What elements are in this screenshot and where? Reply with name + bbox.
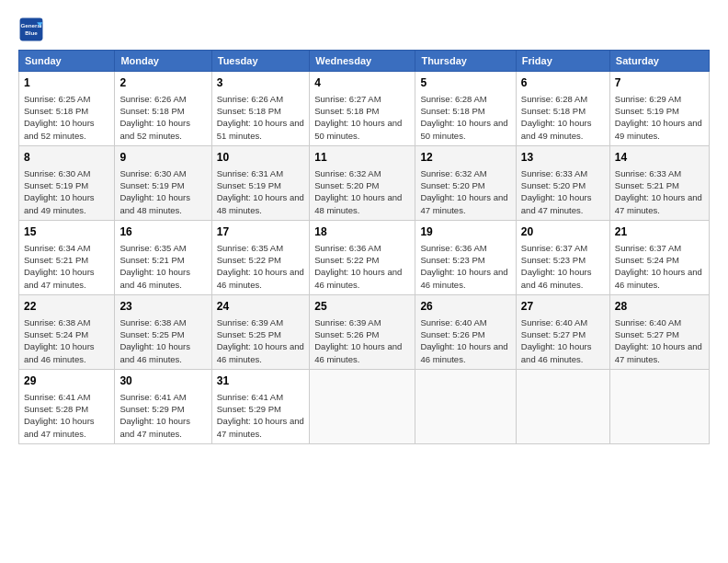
daylight-text: Daylight: 10 hours and 47 minutes.: [615, 340, 704, 365]
sunset-text: Sunset: 5:20 PM: [521, 179, 605, 191]
calendar-cell: 22Sunrise: 6:38 AMSunset: 5:24 PMDayligh…: [19, 294, 115, 369]
daylight-text: Daylight: 10 hours and 47 minutes.: [24, 266, 109, 291]
week-row-2: 8Sunrise: 6:30 AMSunset: 5:19 PMDaylight…: [19, 145, 710, 220]
sunset-text: Sunset: 5:29 PM: [217, 403, 304, 415]
daylight-text: Daylight: 10 hours and 47 minutes.: [24, 415, 109, 440]
daylight-text: Daylight: 10 hours and 49 minutes.: [24, 191, 109, 216]
sunset-text: Sunset: 5:18 PM: [521, 105, 605, 117]
daylight-text: Daylight: 10 hours and 46 minutes.: [521, 266, 605, 291]
day-number: 16: [119, 224, 206, 240]
sunset-text: Sunset: 5:19 PM: [615, 105, 704, 117]
day-number: 15: [24, 224, 109, 240]
sunrise-text: Sunrise: 6:37 AM: [615, 242, 704, 254]
day-number: 29: [24, 373, 109, 389]
daylight-text: Daylight: 10 hours and 52 minutes.: [24, 117, 109, 142]
calendar-table: SundayMondayTuesdayWednesdayThursdayFrid…: [18, 50, 710, 444]
day-number: 27: [521, 299, 605, 315]
daylight-text: Daylight: 10 hours and 50 minutes.: [314, 117, 410, 142]
sunrise-text: Sunrise: 6:25 AM: [24, 93, 109, 105]
sunrise-text: Sunrise: 6:34 AM: [24, 242, 109, 254]
sunset-text: Sunset: 5:18 PM: [217, 105, 304, 117]
sunset-text: Sunset: 5:24 PM: [615, 254, 704, 266]
sunrise-text: Sunrise: 6:37 AM: [521, 242, 605, 254]
daylight-text: Daylight: 10 hours and 48 minutes.: [119, 191, 206, 216]
calendar-cell: 28Sunrise: 6:40 AMSunset: 5:27 PMDayligh…: [609, 294, 709, 369]
day-number: 10: [217, 150, 304, 166]
sunset-text: Sunset: 5:20 PM: [314, 179, 410, 191]
sunset-text: Sunset: 5:19 PM: [24, 179, 109, 191]
sunrise-text: Sunrise: 6:28 AM: [420, 93, 510, 105]
day-number: 4: [314, 75, 410, 91]
sunrise-text: Sunrise: 6:35 AM: [217, 242, 304, 254]
day-number: 23: [119, 299, 206, 315]
header-row: SundayMondayTuesdayWednesdayThursdayFrid…: [19, 51, 710, 72]
sunrise-text: Sunrise: 6:40 AM: [420, 316, 510, 328]
day-number: 1: [24, 75, 109, 91]
calendar-cell: [415, 369, 516, 443]
day-number: 18: [314, 224, 410, 240]
logo: General Blue: [18, 17, 48, 42]
calendar-cell: 20Sunrise: 6:37 AMSunset: 5:23 PMDayligh…: [516, 220, 609, 294]
sunrise-text: Sunrise: 6:41 AM: [217, 391, 304, 403]
sunset-text: Sunset: 5:26 PM: [420, 328, 510, 340]
daylight-text: Daylight: 10 hours and 46 minutes.: [217, 340, 304, 365]
calendar-cell: 3Sunrise: 6:26 AMSunset: 5:18 PMDaylight…: [211, 72, 309, 146]
sunrise-text: Sunrise: 6:33 AM: [521, 167, 605, 179]
calendar-cell: 10Sunrise: 6:31 AMSunset: 5:19 PMDayligh…: [211, 145, 309, 220]
sunset-text: Sunset: 5:26 PM: [314, 328, 410, 340]
daylight-text: Daylight: 10 hours and 47 minutes.: [521, 191, 605, 216]
day-number: 26: [420, 299, 510, 315]
daylight-text: Daylight: 10 hours and 46 minutes.: [314, 340, 410, 365]
calendar-cell: 16Sunrise: 6:35 AMSunset: 5:21 PMDayligh…: [115, 220, 211, 294]
calendar-cell: 4Sunrise: 6:27 AMSunset: 5:18 PMDaylight…: [310, 72, 415, 146]
day-number: 20: [521, 224, 605, 240]
day-number: 13: [521, 150, 605, 166]
day-number: 12: [420, 150, 510, 166]
week-row-5: 29Sunrise: 6:41 AMSunset: 5:28 PMDayligh…: [19, 369, 710, 443]
day-header-friday: Friday: [516, 51, 609, 72]
calendar-cell: 1Sunrise: 6:25 AMSunset: 5:18 PMDaylight…: [19, 72, 115, 146]
calendar-cell: [310, 369, 415, 443]
day-number: 22: [24, 299, 109, 315]
day-header-wednesday: Wednesday: [310, 51, 415, 72]
daylight-text: Daylight: 10 hours and 46 minutes.: [420, 340, 510, 365]
calendar-cell: 18Sunrise: 6:36 AMSunset: 5:22 PMDayligh…: [310, 220, 415, 294]
daylight-text: Daylight: 10 hours and 48 minutes.: [217, 191, 304, 216]
sunrise-text: Sunrise: 6:30 AM: [119, 167, 206, 179]
sunrise-text: Sunrise: 6:36 AM: [314, 242, 410, 254]
daylight-text: Daylight: 10 hours and 46 minutes.: [314, 266, 410, 291]
day-number: 31: [217, 373, 304, 389]
calendar-cell: 24Sunrise: 6:39 AMSunset: 5:25 PMDayligh…: [211, 294, 309, 369]
day-number: 17: [217, 224, 304, 240]
calendar-cell: 31Sunrise: 6:41 AMSunset: 5:29 PMDayligh…: [211, 369, 309, 443]
sunset-text: Sunset: 5:20 PM: [420, 179, 510, 191]
calendar-cell: [609, 369, 709, 443]
calendar-cell: 9Sunrise: 6:30 AMSunset: 5:19 PMDaylight…: [115, 145, 211, 220]
daylight-text: Daylight: 10 hours and 46 minutes.: [521, 340, 605, 365]
sunrise-text: Sunrise: 6:28 AM: [521, 93, 605, 105]
sunrise-text: Sunrise: 6:39 AM: [217, 316, 304, 328]
sunset-text: Sunset: 5:18 PM: [314, 105, 410, 117]
sunrise-text: Sunrise: 6:41 AM: [119, 391, 206, 403]
daylight-text: Daylight: 10 hours and 46 minutes.: [217, 266, 304, 291]
calendar-cell: 25Sunrise: 6:39 AMSunset: 5:26 PMDayligh…: [310, 294, 415, 369]
daylight-text: Daylight: 10 hours and 47 minutes.: [217, 415, 304, 440]
daylight-text: Daylight: 10 hours and 47 minutes.: [420, 191, 510, 216]
sunrise-text: Sunrise: 6:26 AM: [119, 93, 206, 105]
sunset-text: Sunset: 5:18 PM: [119, 105, 206, 117]
sunrise-text: Sunrise: 6:38 AM: [24, 316, 109, 328]
sunset-text: Sunset: 5:27 PM: [521, 328, 605, 340]
calendar-cell: 11Sunrise: 6:32 AMSunset: 5:20 PMDayligh…: [310, 145, 415, 220]
calendar-cell: 6Sunrise: 6:28 AMSunset: 5:18 PMDaylight…: [516, 72, 609, 146]
sunrise-text: Sunrise: 6:38 AM: [119, 316, 206, 328]
day-number: 8: [24, 150, 109, 166]
calendar-cell: 27Sunrise: 6:40 AMSunset: 5:27 PMDayligh…: [516, 294, 609, 369]
daylight-text: Daylight: 10 hours and 46 minutes.: [420, 266, 510, 291]
sunrise-text: Sunrise: 6:26 AM: [217, 93, 304, 105]
day-number: 14: [615, 150, 704, 166]
sunrise-text: Sunrise: 6:32 AM: [420, 167, 510, 179]
sunrise-text: Sunrise: 6:31 AM: [217, 167, 304, 179]
sunrise-text: Sunrise: 6:35 AM: [119, 242, 206, 254]
week-row-3: 15Sunrise: 6:34 AMSunset: 5:21 PMDayligh…: [19, 220, 710, 294]
sunset-text: Sunset: 5:19 PM: [217, 179, 304, 191]
